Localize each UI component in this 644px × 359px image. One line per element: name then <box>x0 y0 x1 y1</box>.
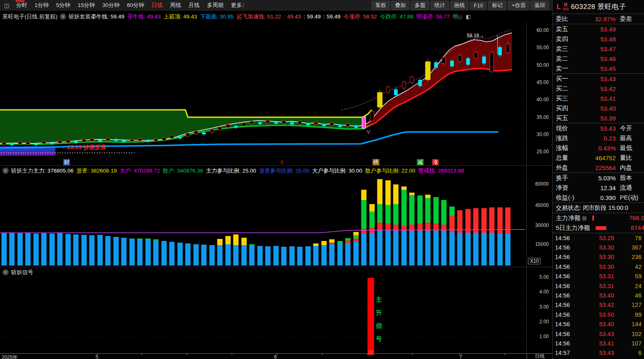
tick-row: 14:5653.30236 <box>553 252 644 262</box>
tick-list[interactable]: 14:5653.297614:5653.3036714:5653.3023614… <box>553 233 644 358</box>
main-net5-value: 6744万 <box>631 224 644 232</box>
y-axis-label: 30000 <box>527 223 549 228</box>
button-F10[interactable]: F10 <box>470 2 486 9</box>
button-统计[interactable]: 统计 <box>431 1 449 10</box>
y-axis-label: 3.00 <box>527 304 549 310</box>
quote-rows-2: 换手5.03%股本净资12.34流通收益(-)0.390PE(动) <box>553 173 644 202</box>
tab-分时[interactable]: 分时 <box>12 2 31 9</box>
x-tick <box>412 354 413 355</box>
y-axis-label: 4.00 <box>527 289 549 295</box>
sell-levels: 卖五53.49卖四53.48卖三53.47卖二53.46卖一53.45 <box>553 24 644 73</box>
signal-chart[interactable] <box>0 277 526 353</box>
y-axis-label: 15000 <box>527 241 549 247</box>
indicator-field: 今跌停: 47.88 <box>380 14 413 20</box>
indicator-header: 景旺电子(日线.前复权) ∨ 斩妖套装 牵牛线: 59.49寻牛线: 49.43… <box>0 11 526 22</box>
x-axis[interactable]: 2025年567 <box>0 353 552 359</box>
indicator-field: 大户参与比例: 30.00 <box>312 168 362 174</box>
indicator-field: 散户: 340876.38 <box>163 168 203 174</box>
bottom-rebound-note: ←26.03 抄底反弹 <box>62 144 106 151</box>
main-net5-row: 5日主力净额 6744万 <box>553 223 644 233</box>
y-axis-label: 55.00 <box>527 45 549 50</box>
y-axis-label: 45.00 <box>527 80 549 85</box>
net-bar-icon <box>592 216 594 220</box>
tab-1分钟[interactable]: 1分钟 <box>31 2 53 9</box>
quote-row: 净资12.34流通 <box>553 183 644 193</box>
indicator-field: 大户: 470289.72 <box>120 168 160 174</box>
y-axis-label: 60.00 <box>527 27 549 33</box>
window-icon[interactable]: ◫ <box>4 2 9 9</box>
x-tick <box>142 354 142 355</box>
zhuli-header: ∨ 斩妖主力 主力: 378805.06游资: 382608.19大户: 470… <box>0 166 526 176</box>
tab-日线[interactable]: 日线 <box>148 2 166 9</box>
stock-code: 603228 <box>571 3 596 11</box>
main-net-row: 主力净额 ▤ 766.0万 <box>553 213 644 223</box>
tab-5分钟[interactable]: 5分钟 <box>53 2 74 9</box>
tab-多周期[interactable]: 多周期 <box>203 2 227 9</box>
tick-row: 14:5653.41107 <box>553 339 644 348</box>
quote-row: 现价53.43今开 <box>553 123 644 133</box>
volume-chart[interactable] <box>0 175 526 266</box>
pane-divider-2 <box>0 267 552 267</box>
flag-r500: R 500 <box>563 3 569 11</box>
list-icon[interactable]: ▤ <box>582 215 587 221</box>
stock-header: L R 500 603228 景旺电子 <box>553 0 644 14</box>
signal-header: ∨ 斩妖信号 <box>0 267 526 277</box>
indicator-group-label: 斩妖套装 <box>69 13 91 20</box>
quote-panel: L R 500 603228 景旺电子 委比 32.87% 委差 卖五53.49… <box>552 0 644 359</box>
tick-row: 14:5653.3042 <box>553 262 644 271</box>
indicator-field: 主力参与比例: 25.00 <box>206 168 256 174</box>
collapse-chevron-icon[interactable]: ∨ <box>2 168 9 174</box>
quote-row: 换手5.03%股本 <box>553 173 644 183</box>
collapse-chevron-icon[interactable]: ∨ <box>60 14 66 20</box>
button-多股[interactable]: 多股 <box>411 1 429 10</box>
stock-title: 景旺电子(日线.前复权) <box>2 13 57 20</box>
net5-bar-icon <box>596 226 606 230</box>
button-返回[interactable]: 返回 <box>531 1 549 10</box>
tab-周线[interactable]: 周线 <box>166 2 185 9</box>
tab-30分钟[interactable]: 30分钟 <box>98 2 123 9</box>
event-tag-财: 财 <box>63 159 70 166</box>
x-axis-label: 2025年 <box>2 354 18 359</box>
y-axis-label: 1.00 <box>527 334 549 339</box>
panel-layout-icon[interactable]: ◧ <box>466 14 470 20</box>
tab-更多〉[interactable]: 更多〉 <box>227 2 251 9</box>
y-axis-label: 50.00 <box>527 62 549 68</box>
period-corner-label: 日线 <box>527 353 553 359</box>
button-复权[interactable]: 复权 <box>372 1 390 10</box>
x-tick <box>322 354 322 355</box>
tab-60分钟[interactable]: 60分钟 <box>123 2 148 9</box>
tab-月线[interactable]: 月线 <box>185 2 203 9</box>
indicator-field: 今涨停: 58.52 <box>343 14 377 20</box>
button-叠加[interactable]: 叠加 <box>391 1 409 10</box>
indicator-field: : 49.43 <box>284 14 301 20</box>
tick-row: 14:5753.436 <box>553 348 644 358</box>
quote-row: 涨幅0.43%最低 <box>553 143 644 153</box>
indicator-field: 游资: 382608.19 <box>76 168 116 174</box>
event-tag-ŝ: ŝ <box>280 159 284 166</box>
tab-15分钟[interactable]: 15分钟 <box>74 2 98 9</box>
period-tabs: 分时1分钟5分钟15分钟30分钟60分钟日线周线月线多周期更多〉 <box>12 2 251 9</box>
indicator-field: : 59.49 <box>304 14 321 20</box>
indicator-field: : 59.49 <box>324 14 340 20</box>
button-画线[interactable]: 画线 <box>450 1 468 10</box>
x-tick <box>505 354 505 355</box>
top-bar: ◫ 分时1分钟5分钟15分钟30分钟60分钟日线周线月线多周期更多〉 复权叠加多… <box>0 0 552 11</box>
button-+自选[interactable]: +自选 <box>508 1 529 10</box>
tick-row: 14:5653.5099 <box>553 310 644 319</box>
trading-terminal: ◫ 分时1分钟5分钟15分钟30分钟60分钟日线周线月线多周期更多〉 复权叠加多… <box>0 0 644 359</box>
level-row: 卖五53.49 <box>553 24 644 34</box>
quote-row: 涨跌0.23最高 <box>553 133 644 143</box>
trade-status: 交易状态: 闭市阶段 15:00:0 <box>553 203 644 213</box>
y-axis-label: 40.00 <box>527 97 549 102</box>
button-标记[interactable]: 标记 <box>488 1 506 10</box>
buy-signal-marker: V <box>367 129 370 135</box>
main-net-value: 766.0万 <box>629 214 644 222</box>
level-row: 卖四53.48 <box>553 34 644 44</box>
indicator-field: 明涨停: 58.77 <box>416 14 450 20</box>
collapse-chevron-icon[interactable]: ∨ <box>2 269 9 275</box>
tick-row: 14:5653.2976 <box>553 233 644 243</box>
level-row: 买一53.43 <box>553 74 644 84</box>
tick-row: 14:5653.42127 <box>553 300 644 310</box>
zhuli-title: 斩妖主力 <box>11 167 33 175</box>
quote-row: 收益(-)0.390PE(动) <box>553 193 644 202</box>
